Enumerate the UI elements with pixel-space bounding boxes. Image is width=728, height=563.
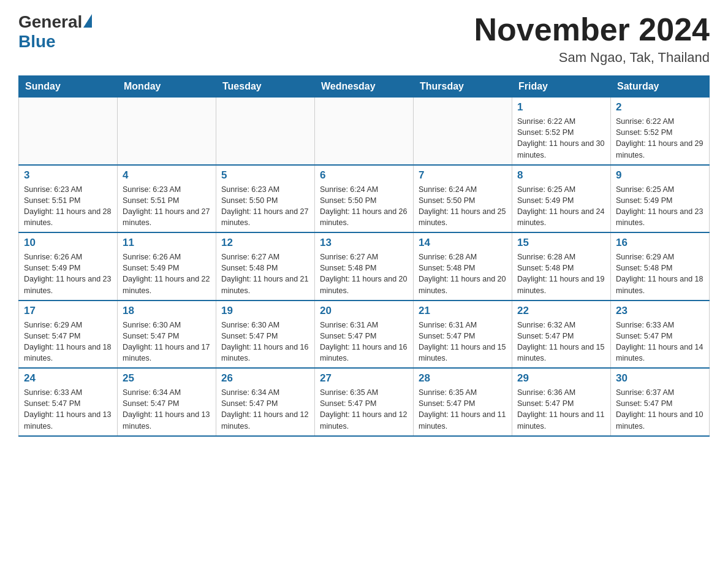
day-info: Sunrise: 6:34 AM Sunset: 5:47 PM Dayligh… [123,387,211,432]
logo-triangle-icon [83,14,92,28]
calendar-day-cell: 1Sunrise: 6:22 AM Sunset: 5:52 PM Daylig… [512,98,611,165]
day-info: Sunrise: 6:30 AM Sunset: 5:47 PM Dayligh… [123,320,211,364]
calendar-day-cell: 4Sunrise: 6:23 AM Sunset: 5:51 PM Daylig… [118,165,216,233]
calendar-day-cell: 28Sunrise: 6:35 AM Sunset: 5:47 PM Dayli… [414,368,512,436]
day-number: 5 [221,169,309,182]
calendar-day-cell: 20Sunrise: 6:31 AM Sunset: 5:47 PM Dayli… [315,301,414,369]
calendar-day-cell [216,98,315,165]
page-header: General Blue November 2024 Sam Ngao, Tak… [18,12,710,66]
day-info: Sunrise: 6:24 AM Sunset: 5:50 PM Dayligh… [419,184,507,229]
day-info: Sunrise: 6:32 AM Sunset: 5:47 PM Dayligh… [517,320,605,364]
day-info: Sunrise: 6:29 AM Sunset: 5:48 PM Dayligh… [616,251,704,296]
page-location: Sam Ngao, Tak, Thailand [474,50,710,66]
weekday-header: Wednesday [315,76,414,98]
day-number: 13 [320,237,408,249]
weekday-header: Tuesday [216,76,315,98]
day-number: 19 [221,305,309,317]
calendar-header-row: SundayMondayTuesdayWednesdayThursdayFrid… [19,76,710,98]
day-info: Sunrise: 6:23 AM Sunset: 5:51 PM Dayligh… [24,184,112,229]
day-info: Sunrise: 6:23 AM Sunset: 5:51 PM Dayligh… [123,184,211,229]
day-number: 4 [123,169,211,182]
day-info: Sunrise: 6:27 AM Sunset: 5:48 PM Dayligh… [221,251,309,296]
logo-general-text: General [18,12,82,32]
calendar-day-cell: 5Sunrise: 6:23 AM Sunset: 5:50 PM Daylig… [216,165,315,233]
day-number: 23 [616,305,704,317]
day-number: 22 [517,305,605,317]
day-info: Sunrise: 6:26 AM Sunset: 5:49 PM Dayligh… [123,251,211,296]
day-number: 1 [517,101,605,113]
calendar-week-row: 3Sunrise: 6:23 AM Sunset: 5:51 PM Daylig… [19,165,710,233]
calendar-day-cell: 25Sunrise: 6:34 AM Sunset: 5:47 PM Dayli… [118,368,216,436]
day-number: 3 [24,169,112,182]
calendar-day-cell: 15Sunrise: 6:28 AM Sunset: 5:48 PM Dayli… [512,232,611,301]
day-number: 6 [320,169,408,182]
calendar-day-cell: 2Sunrise: 6:22 AM Sunset: 5:52 PM Daylig… [611,98,710,165]
day-info: Sunrise: 6:31 AM Sunset: 5:47 PM Dayligh… [320,320,408,364]
day-info: Sunrise: 6:28 AM Sunset: 5:48 PM Dayligh… [517,251,605,296]
day-number: 2 [616,101,704,113]
day-number: 15 [517,237,605,249]
day-number: 10 [24,237,112,249]
day-number: 12 [221,237,309,249]
day-info: Sunrise: 6:25 AM Sunset: 5:49 PM Dayligh… [517,184,605,229]
calendar-day-cell [414,98,512,165]
day-info: Sunrise: 6:28 AM Sunset: 5:48 PM Dayligh… [419,251,507,296]
day-number: 29 [517,372,605,385]
day-number: 11 [123,237,211,249]
day-number: 16 [616,237,704,249]
day-number: 27 [320,372,408,385]
calendar-day-cell: 24Sunrise: 6:33 AM Sunset: 5:47 PM Dayli… [19,368,118,436]
day-number: 9 [616,169,704,182]
calendar-day-cell: 10Sunrise: 6:26 AM Sunset: 5:49 PM Dayli… [19,232,118,301]
calendar-day-cell: 3Sunrise: 6:23 AM Sunset: 5:51 PM Daylig… [19,165,118,233]
day-info: Sunrise: 6:35 AM Sunset: 5:47 PM Dayligh… [419,387,507,432]
calendar-day-cell: 11Sunrise: 6:26 AM Sunset: 5:49 PM Dayli… [118,232,216,301]
calendar-day-cell: 26Sunrise: 6:34 AM Sunset: 5:47 PM Dayli… [216,368,315,436]
calendar-day-cell: 29Sunrise: 6:36 AM Sunset: 5:47 PM Dayli… [512,368,611,436]
calendar-day-cell: 12Sunrise: 6:27 AM Sunset: 5:48 PM Dayli… [216,232,315,301]
day-info: Sunrise: 6:22 AM Sunset: 5:52 PM Dayligh… [616,116,704,161]
day-number: 28 [419,372,507,385]
day-number: 21 [419,305,507,317]
day-number: 30 [616,372,704,385]
day-info: Sunrise: 6:36 AM Sunset: 5:47 PM Dayligh… [517,387,605,432]
calendar-day-cell: 18Sunrise: 6:30 AM Sunset: 5:47 PM Dayli… [118,301,216,369]
calendar-day-cell: 19Sunrise: 6:30 AM Sunset: 5:47 PM Dayli… [216,301,315,369]
calendar-day-cell: 16Sunrise: 6:29 AM Sunset: 5:48 PM Dayli… [611,232,710,301]
day-info: Sunrise: 6:37 AM Sunset: 5:47 PM Dayligh… [616,387,704,432]
calendar-day-cell: 7Sunrise: 6:24 AM Sunset: 5:50 PM Daylig… [414,165,512,233]
calendar-day-cell: 14Sunrise: 6:28 AM Sunset: 5:48 PM Dayli… [414,232,512,301]
calendar-day-cell: 21Sunrise: 6:31 AM Sunset: 5:47 PM Dayli… [414,301,512,369]
day-info: Sunrise: 6:27 AM Sunset: 5:48 PM Dayligh… [320,251,408,296]
day-info: Sunrise: 6:23 AM Sunset: 5:50 PM Dayligh… [221,184,309,229]
day-number: 24 [24,372,112,385]
weekday-header: Sunday [19,76,118,98]
calendar-week-row: 17Sunrise: 6:29 AM Sunset: 5:47 PM Dayli… [19,301,710,369]
weekday-header: Friday [512,76,611,98]
calendar-day-cell: 8Sunrise: 6:25 AM Sunset: 5:49 PM Daylig… [512,165,611,233]
day-info: Sunrise: 6:22 AM Sunset: 5:52 PM Dayligh… [517,116,605,161]
calendar-day-cell: 22Sunrise: 6:32 AM Sunset: 5:47 PM Dayli… [512,301,611,369]
calendar-week-row: 24Sunrise: 6:33 AM Sunset: 5:47 PM Dayli… [19,368,710,436]
day-number: 18 [123,305,211,317]
calendar-week-row: 10Sunrise: 6:26 AM Sunset: 5:49 PM Dayli… [19,232,710,301]
day-number: 7 [419,169,507,182]
title-block: November 2024 Sam Ngao, Tak, Thailand [474,12,710,66]
day-number: 25 [123,372,211,385]
calendar-day-cell [19,98,118,165]
calendar-day-cell: 23Sunrise: 6:33 AM Sunset: 5:47 PM Dayli… [611,301,710,369]
day-number: 8 [517,169,605,182]
day-number: 20 [320,305,408,317]
weekday-header: Monday [118,76,216,98]
day-info: Sunrise: 6:33 AM Sunset: 5:47 PM Dayligh… [24,387,112,432]
logo-blue-text: Blue [18,32,56,52]
day-number: 26 [221,372,309,385]
day-info: Sunrise: 6:25 AM Sunset: 5:49 PM Dayligh… [616,184,704,229]
day-number: 14 [419,237,507,249]
logo: General Blue [18,12,92,52]
calendar-week-row: 1Sunrise: 6:22 AM Sunset: 5:52 PM Daylig… [19,98,710,165]
day-info: Sunrise: 6:34 AM Sunset: 5:47 PM Dayligh… [221,387,309,432]
weekday-header: Thursday [414,76,512,98]
day-info: Sunrise: 6:24 AM Sunset: 5:50 PM Dayligh… [320,184,408,229]
day-info: Sunrise: 6:35 AM Sunset: 5:47 PM Dayligh… [320,387,408,432]
